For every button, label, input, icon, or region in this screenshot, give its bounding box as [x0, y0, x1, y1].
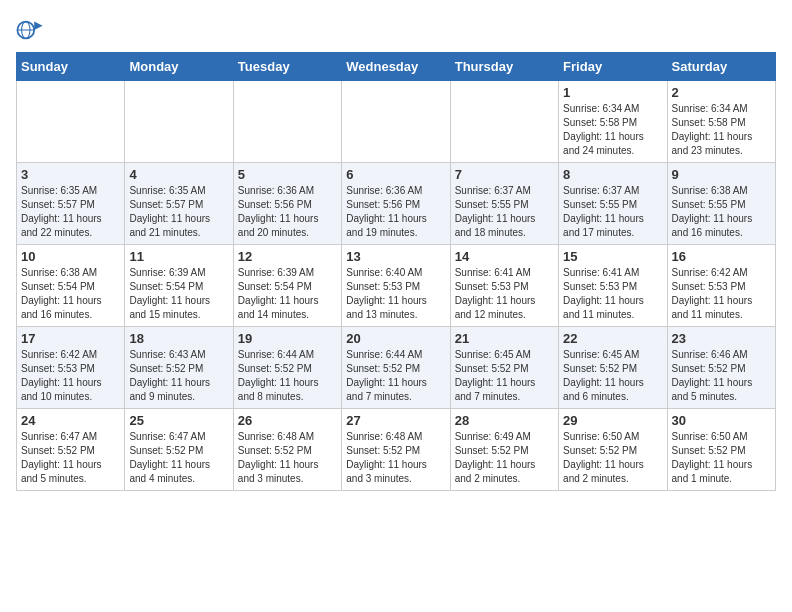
weekday-header: Wednesday	[342, 53, 450, 81]
day-info: Sunrise: 6:36 AM Sunset: 5:56 PM Dayligh…	[346, 184, 445, 240]
day-info: Sunrise: 6:41 AM Sunset: 5:53 PM Dayligh…	[563, 266, 662, 322]
day-number: 19	[238, 331, 337, 346]
day-number: 8	[563, 167, 662, 182]
calendar-cell: 10Sunrise: 6:38 AM Sunset: 5:54 PM Dayli…	[17, 245, 125, 327]
day-info: Sunrise: 6:48 AM Sunset: 5:52 PM Dayligh…	[346, 430, 445, 486]
calendar-cell: 5Sunrise: 6:36 AM Sunset: 5:56 PM Daylig…	[233, 163, 341, 245]
day-info: Sunrise: 6:46 AM Sunset: 5:52 PM Dayligh…	[672, 348, 771, 404]
day-number: 7	[455, 167, 554, 182]
weekday-header: Thursday	[450, 53, 558, 81]
day-number: 11	[129, 249, 228, 264]
day-info: Sunrise: 6:38 AM Sunset: 5:54 PM Dayligh…	[21, 266, 120, 322]
day-number: 1	[563, 85, 662, 100]
day-info: Sunrise: 6:36 AM Sunset: 5:56 PM Dayligh…	[238, 184, 337, 240]
weekday-header: Saturday	[667, 53, 775, 81]
calendar-cell: 30Sunrise: 6:50 AM Sunset: 5:52 PM Dayli…	[667, 409, 775, 491]
weekday-header: Monday	[125, 53, 233, 81]
day-info: Sunrise: 6:45 AM Sunset: 5:52 PM Dayligh…	[455, 348, 554, 404]
weekday-header: Tuesday	[233, 53, 341, 81]
calendar-cell: 28Sunrise: 6:49 AM Sunset: 5:52 PM Dayli…	[450, 409, 558, 491]
day-info: Sunrise: 6:50 AM Sunset: 5:52 PM Dayligh…	[672, 430, 771, 486]
day-number: 9	[672, 167, 771, 182]
day-number: 17	[21, 331, 120, 346]
calendar-cell: 19Sunrise: 6:44 AM Sunset: 5:52 PM Dayli…	[233, 327, 341, 409]
day-info: Sunrise: 6:37 AM Sunset: 5:55 PM Dayligh…	[455, 184, 554, 240]
day-number: 29	[563, 413, 662, 428]
calendar-cell: 2Sunrise: 6:34 AM Sunset: 5:58 PM Daylig…	[667, 81, 775, 163]
calendar-cell: 20Sunrise: 6:44 AM Sunset: 5:52 PM Dayli…	[342, 327, 450, 409]
day-info: Sunrise: 6:49 AM Sunset: 5:52 PM Dayligh…	[455, 430, 554, 486]
day-info: Sunrise: 6:47 AM Sunset: 5:52 PM Dayligh…	[21, 430, 120, 486]
day-info: Sunrise: 6:43 AM Sunset: 5:52 PM Dayligh…	[129, 348, 228, 404]
calendar-cell: 6Sunrise: 6:36 AM Sunset: 5:56 PM Daylig…	[342, 163, 450, 245]
day-info: Sunrise: 6:38 AM Sunset: 5:55 PM Dayligh…	[672, 184, 771, 240]
calendar-cell: 24Sunrise: 6:47 AM Sunset: 5:52 PM Dayli…	[17, 409, 125, 491]
calendar-cell: 18Sunrise: 6:43 AM Sunset: 5:52 PM Dayli…	[125, 327, 233, 409]
day-number: 28	[455, 413, 554, 428]
day-number: 22	[563, 331, 662, 346]
calendar-cell	[450, 81, 558, 163]
day-number: 6	[346, 167, 445, 182]
day-info: Sunrise: 6:42 AM Sunset: 5:53 PM Dayligh…	[672, 266, 771, 322]
day-info: Sunrise: 6:44 AM Sunset: 5:52 PM Dayligh…	[346, 348, 445, 404]
calendar-cell: 15Sunrise: 6:41 AM Sunset: 5:53 PM Dayli…	[559, 245, 667, 327]
day-info: Sunrise: 6:50 AM Sunset: 5:52 PM Dayligh…	[563, 430, 662, 486]
calendar-cell: 1Sunrise: 6:34 AM Sunset: 5:58 PM Daylig…	[559, 81, 667, 163]
calendar-cell	[125, 81, 233, 163]
calendar-cell: 11Sunrise: 6:39 AM Sunset: 5:54 PM Dayli…	[125, 245, 233, 327]
day-number: 27	[346, 413, 445, 428]
day-info: Sunrise: 6:42 AM Sunset: 5:53 PM Dayligh…	[21, 348, 120, 404]
day-number: 3	[21, 167, 120, 182]
calendar-table: SundayMondayTuesdayWednesdayThursdayFrid…	[16, 52, 776, 491]
calendar-cell: 14Sunrise: 6:41 AM Sunset: 5:53 PM Dayli…	[450, 245, 558, 327]
calendar-cell: 4Sunrise: 6:35 AM Sunset: 5:57 PM Daylig…	[125, 163, 233, 245]
header	[16, 16, 776, 44]
day-number: 10	[21, 249, 120, 264]
day-number: 20	[346, 331, 445, 346]
day-number: 13	[346, 249, 445, 264]
calendar-cell: 3Sunrise: 6:35 AM Sunset: 5:57 PM Daylig…	[17, 163, 125, 245]
calendar-cell: 25Sunrise: 6:47 AM Sunset: 5:52 PM Dayli…	[125, 409, 233, 491]
day-number: 23	[672, 331, 771, 346]
day-info: Sunrise: 6:39 AM Sunset: 5:54 PM Dayligh…	[238, 266, 337, 322]
day-info: Sunrise: 6:41 AM Sunset: 5:53 PM Dayligh…	[455, 266, 554, 322]
day-info: Sunrise: 6:39 AM Sunset: 5:54 PM Dayligh…	[129, 266, 228, 322]
calendar-cell: 22Sunrise: 6:45 AM Sunset: 5:52 PM Dayli…	[559, 327, 667, 409]
calendar-cell	[342, 81, 450, 163]
day-number: 15	[563, 249, 662, 264]
day-info: Sunrise: 6:45 AM Sunset: 5:52 PM Dayligh…	[563, 348, 662, 404]
calendar-cell: 26Sunrise: 6:48 AM Sunset: 5:52 PM Dayli…	[233, 409, 341, 491]
day-number: 21	[455, 331, 554, 346]
calendar-cell: 7Sunrise: 6:37 AM Sunset: 5:55 PM Daylig…	[450, 163, 558, 245]
day-number: 12	[238, 249, 337, 264]
calendar-cell: 8Sunrise: 6:37 AM Sunset: 5:55 PM Daylig…	[559, 163, 667, 245]
calendar-cell: 23Sunrise: 6:46 AM Sunset: 5:52 PM Dayli…	[667, 327, 775, 409]
day-number: 5	[238, 167, 337, 182]
calendar-cell: 9Sunrise: 6:38 AM Sunset: 5:55 PM Daylig…	[667, 163, 775, 245]
day-info: Sunrise: 6:34 AM Sunset: 5:58 PM Dayligh…	[672, 102, 771, 158]
day-info: Sunrise: 6:48 AM Sunset: 5:52 PM Dayligh…	[238, 430, 337, 486]
day-number: 25	[129, 413, 228, 428]
calendar-cell: 29Sunrise: 6:50 AM Sunset: 5:52 PM Dayli…	[559, 409, 667, 491]
day-number: 16	[672, 249, 771, 264]
day-info: Sunrise: 6:44 AM Sunset: 5:52 PM Dayligh…	[238, 348, 337, 404]
calendar-cell: 12Sunrise: 6:39 AM Sunset: 5:54 PM Dayli…	[233, 245, 341, 327]
day-number: 26	[238, 413, 337, 428]
calendar-cell: 27Sunrise: 6:48 AM Sunset: 5:52 PM Dayli…	[342, 409, 450, 491]
day-info: Sunrise: 6:34 AM Sunset: 5:58 PM Dayligh…	[563, 102, 662, 158]
weekday-header: Sunday	[17, 53, 125, 81]
day-info: Sunrise: 6:37 AM Sunset: 5:55 PM Dayligh…	[563, 184, 662, 240]
calendar-cell	[17, 81, 125, 163]
calendar-cell: 16Sunrise: 6:42 AM Sunset: 5:53 PM Dayli…	[667, 245, 775, 327]
day-number: 4	[129, 167, 228, 182]
day-info: Sunrise: 6:35 AM Sunset: 5:57 PM Dayligh…	[129, 184, 228, 240]
calendar-cell: 21Sunrise: 6:45 AM Sunset: 5:52 PM Dayli…	[450, 327, 558, 409]
day-number: 2	[672, 85, 771, 100]
day-number: 14	[455, 249, 554, 264]
day-number: 24	[21, 413, 120, 428]
weekday-header: Friday	[559, 53, 667, 81]
day-info: Sunrise: 6:40 AM Sunset: 5:53 PM Dayligh…	[346, 266, 445, 322]
svg-marker-4	[34, 22, 42, 30]
calendar-cell: 13Sunrise: 6:40 AM Sunset: 5:53 PM Dayli…	[342, 245, 450, 327]
day-number: 30	[672, 413, 771, 428]
